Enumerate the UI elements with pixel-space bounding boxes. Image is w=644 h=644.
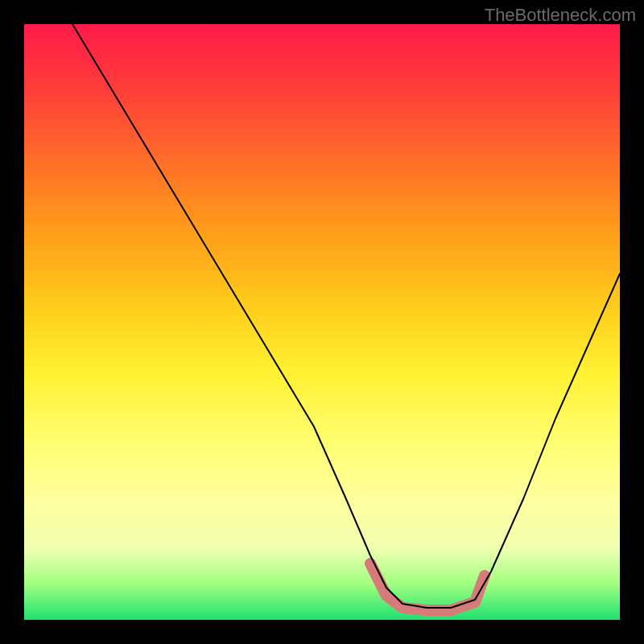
- watermark-text: TheBottleneck.com: [485, 5, 636, 26]
- chart-svg: [24, 24, 620, 620]
- bottleneck-curve-path: [72, 24, 620, 608]
- chart-area: [24, 24, 620, 620]
- flat-region-path: [370, 564, 485, 610]
